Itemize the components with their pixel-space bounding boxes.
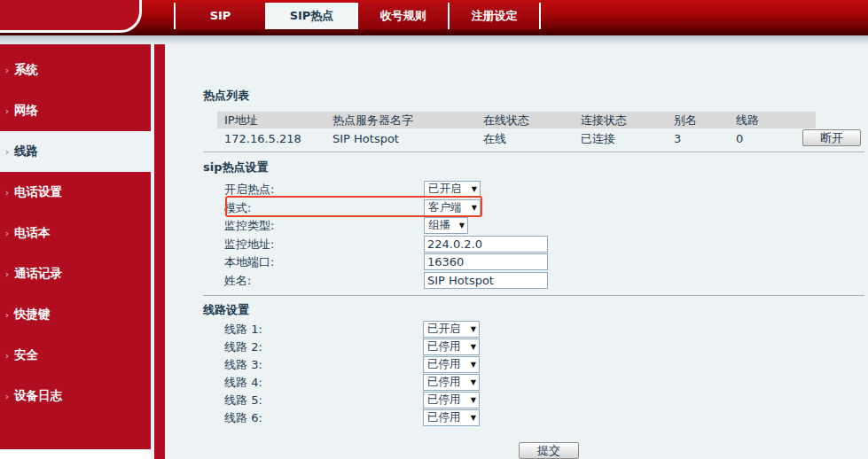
sidebar-item-function-key[interactable]: › 快捷键 — [0, 294, 151, 335]
line-4-select[interactable]: 已停用 ▼ — [423, 374, 480, 391]
hotspot-name-input[interactable] — [424, 272, 548, 289]
column-header-alias: 别名 — [667, 112, 729, 128]
field-label-monitor-address: 监控地址: — [224, 236, 274, 253]
tab-bar: SIP SIP热点 收号规则 注册设定 — [174, 3, 541, 29]
sidebar-item-call-log[interactable]: › 通话记录 — [0, 253, 151, 294]
sidebar-item-security[interactable]: › 安全 — [0, 335, 151, 376]
sidebar-item-device-log[interactable]: › 设备日志 — [0, 376, 151, 416]
select-value: 客户端 — [428, 200, 462, 215]
section-divider — [203, 295, 864, 296]
tab-register-settings[interactable]: 注册设定 — [450, 3, 539, 29]
select-value: 已停用 — [427, 410, 461, 425]
sidebar-item-label: 设备日志 — [14, 388, 62, 404]
field-label-monitor-type: 监控类型: — [224, 217, 274, 234]
line-3-select[interactable]: 已停用 ▼ — [423, 356, 480, 373]
chevron-down-icon: ▼ — [459, 222, 465, 230]
chevron-right-icon: › — [0, 350, 14, 362]
select-value: 已开启 — [428, 182, 462, 197]
field-label-line-5: 线路 5: — [224, 392, 262, 408]
select-value: 已停用 — [427, 375, 461, 390]
line-2-select[interactable]: 已停用 ▼ — [423, 338, 480, 355]
column-header-online-status: 在线状态 — [476, 112, 574, 128]
mode-select[interactable]: 客户端 ▼ — [424, 199, 481, 216]
field-label-local-port: 本地端口: — [224, 253, 274, 270]
chevron-down-icon: ▼ — [471, 361, 476, 369]
tab-dial-rule[interactable]: 收号规则 — [358, 3, 448, 29]
line-6-select[interactable]: 已停用 ▼ — [423, 409, 480, 426]
table-row: 172.16.5.218 SIP Hotspot 在线 已连接 3 0 — [217, 130, 816, 147]
brand-corner — [0, 0, 142, 33]
chevron-down-icon: ▼ — [471, 396, 476, 404]
sidebar-item-label: 线路 — [14, 144, 38, 159]
select-value: 已停用 — [427, 339, 461, 354]
sidebar-item-label: 电话设置 — [14, 184, 62, 200]
chevron-right-icon: › — [0, 391, 14, 402]
field-label-enable-hotspot: 开启热点: — [224, 181, 274, 198]
sidebar-item-label: 快捷键 — [14, 307, 51, 323]
field-label-line-4: 线路 4: — [224, 374, 262, 391]
column-header-ip: IP地址 — [217, 112, 325, 128]
sidebar-item-label: 网络 — [14, 103, 38, 119]
cell-ip: 172.16.5.218 — [217, 130, 325, 147]
sidebar-item-phonebook[interactable]: › 电话本 — [0, 213, 151, 253]
cell-alias: 3 — [667, 130, 729, 147]
monitor-type-select[interactable]: 组播 ▼ — [424, 217, 468, 234]
cell-online-status: 在线 — [476, 130, 574, 147]
local-port-input[interactable] — [424, 253, 548, 270]
select-value: 组播 — [428, 218, 450, 233]
section-divider — [203, 152, 864, 152]
sidebar-item-phone-settings[interactable]: › 电话设置 — [0, 172, 151, 213]
column-header-server-name: 热点服务器名字 — [325, 112, 476, 128]
chevron-right-icon: › — [0, 65, 14, 76]
sidebar-item-label: 安全 — [14, 347, 38, 363]
chevron-right-icon: › — [0, 105, 14, 117]
disconnect-button[interactable]: 断开 — [802, 129, 861, 146]
column-header-connect-status: 连接状态 — [574, 112, 667, 128]
field-label-line-6: 线路 6: — [224, 409, 262, 426]
hotspot-table-header: IP地址 热点服务器名字 在线状态 连接状态 别名 线路 — [217, 112, 816, 128]
sidebar-item-label: 电话本 — [14, 225, 51, 241]
select-value: 已停用 — [427, 393, 461, 408]
chevron-down-icon: ▼ — [471, 414, 476, 422]
chevron-down-icon: ▼ — [471, 378, 476, 386]
chevron-right-icon: › — [0, 228, 14, 239]
main-content: 热点列表 IP地址 热点服务器名字 在线状态 连接状态 别名 线路 172.16… — [167, 44, 868, 459]
line-5-select[interactable]: 已停用 ▼ — [423, 392, 480, 408]
sidebar-item-label: 通话记录 — [14, 266, 62, 282]
hotspot-settings-title: sip热点设置 — [203, 159, 269, 175]
hotspot-list-title: 热点列表 — [203, 88, 249, 104]
field-label-line-3: 线路 3: — [224, 356, 262, 373]
line-settings-title: 线路设置 — [203, 302, 249, 318]
sidebar-item-line[interactable]: › 线路 — [0, 131, 151, 172]
chevron-down-icon: ▼ — [472, 204, 477, 212]
line-1-select[interactable]: 已开启 ▼ — [423, 321, 480, 338]
field-label-line-1: 线路 1: — [224, 321, 262, 338]
column-header-line: 线路 — [729, 112, 816, 128]
select-value: 已停用 — [427, 357, 461, 372]
cell-connect-status: 已连接 — [574, 130, 667, 147]
header-bar: SIP SIP热点 收号规则 注册设定 — [0, 0, 868, 35]
sidebar-item-network[interactable]: › 网络 — [0, 90, 151, 131]
chevron-down-icon: ▼ — [471, 325, 476, 333]
header-divider-strip — [0, 35, 868, 44]
chevron-right-icon: › — [0, 309, 14, 321]
field-label-line-2: 线路 2: — [224, 338, 262, 355]
sidebar-accent-bar — [154, 44, 165, 459]
tab-sip[interactable]: SIP — [176, 3, 265, 29]
field-label-name: 姓名: — [224, 272, 251, 289]
chevron-down-icon: ▼ — [471, 343, 476, 351]
chevron-down-icon: ▼ — [472, 185, 477, 193]
chevron-right-icon: › — [0, 187, 14, 198]
select-value: 已开启 — [427, 322, 461, 337]
tab-sip-hotspot[interactable]: SIP热点 — [267, 3, 356, 29]
sidebar-bottom-strip — [0, 449, 151, 459]
chevron-right-icon: › — [0, 146, 14, 158]
field-label-mode: 模式: — [224, 199, 251, 216]
monitor-address-input[interactable] — [424, 236, 548, 253]
sidebar-item-system[interactable]: › 系统 — [0, 50, 151, 90]
cell-server-name: SIP Hotspot — [325, 130, 476, 147]
chevron-right-icon: › — [0, 268, 14, 280]
submit-button[interactable]: 提交 — [519, 442, 579, 459]
sidebar-item-label: 系统 — [14, 62, 38, 78]
enable-hotspot-select[interactable]: 已开启 ▼ — [424, 181, 481, 198]
